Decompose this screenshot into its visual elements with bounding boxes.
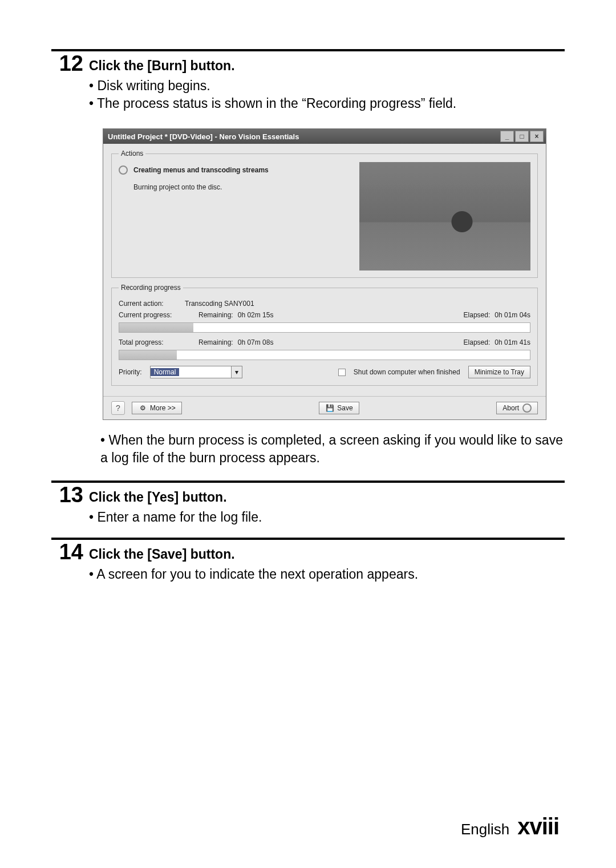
current-progress-bar bbox=[119, 322, 530, 333]
options-icon: ⚙ bbox=[138, 403, 147, 413]
elapsed-label: Elapsed: bbox=[464, 338, 491, 346]
help-icon[interactable]: ? bbox=[111, 401, 125, 415]
priority-value: Normal bbox=[151, 368, 180, 376]
bullet: A screen for you to indicate the next op… bbox=[89, 566, 565, 583]
nero-window: Untitled Project * [DVD-Video] - Nero Vi… bbox=[103, 128, 546, 420]
save-button[interactable]: 💾 Save bbox=[319, 402, 359, 414]
chevron-down-icon[interactable]: ▾ bbox=[231, 366, 242, 378]
elapsed-label: Elapsed: bbox=[464, 311, 491, 319]
current-action-label: Current action: bbox=[119, 300, 181, 308]
remaining-value: 0h 02m 15s bbox=[238, 311, 274, 319]
footer-page-number: xviii bbox=[517, 814, 559, 839]
more-button[interactable]: ⚙ More >> bbox=[132, 402, 182, 414]
step-14: 14 Click the [Save] button. A screen for… bbox=[51, 541, 565, 583]
total-progress-bar bbox=[119, 350, 530, 360]
shutdown-checkbox[interactable] bbox=[338, 369, 346, 376]
elapsed-value: 0h 01m 04s bbox=[495, 311, 530, 319]
step-number: 13 bbox=[51, 484, 83, 506]
action-text: Burning project onto the disc. bbox=[133, 183, 222, 191]
remaining-label: Remaining: bbox=[198, 338, 233, 346]
bullet: When the burn process is completed, a sc… bbox=[100, 431, 565, 467]
step-number: 14 bbox=[51, 541, 83, 563]
remaining-label: Remaining: bbox=[198, 311, 233, 319]
window-title: Untitled Project * [DVD-Video] - Nero Vi… bbox=[108, 132, 299, 141]
recording-progress-group: Recording progress Current action: Trans… bbox=[111, 284, 538, 386]
step-title: Click the [Save] button. bbox=[89, 547, 565, 562]
shutdown-label: Shut down computer when finished bbox=[354, 368, 460, 376]
total-progress-label: Total progress: bbox=[119, 338, 181, 346]
action-text: Creating menus and transcoding streams bbox=[133, 166, 269, 174]
maximize-icon[interactable]: □ bbox=[515, 131, 529, 142]
bullet: Enter a name for the log file. bbox=[89, 508, 565, 526]
bullet: The process status is shown in the “Reco… bbox=[89, 95, 565, 112]
step-13: 13 Click the [Yes] button. Enter a name … bbox=[51, 484, 565, 526]
current-progress-label: Current progress: bbox=[119, 311, 181, 319]
title-bar[interactable]: Untitled Project * [DVD-Video] - Nero Vi… bbox=[103, 129, 546, 144]
bullet: Disk writing begins. bbox=[89, 77, 565, 95]
page-footer: English xviii bbox=[461, 814, 559, 839]
step-title: Click the [Burn] button. bbox=[89, 58, 565, 74]
actions-legend: Actions bbox=[119, 150, 145, 158]
step-title: Click the [Yes] button. bbox=[89, 490, 565, 505]
priority-label: Priority: bbox=[119, 368, 142, 376]
video-preview bbox=[359, 162, 530, 271]
current-action-value: Transcoding SANY001 bbox=[185, 300, 254, 308]
disc-icon bbox=[119, 165, 128, 175]
step-number: 12 bbox=[51, 53, 83, 74]
remaining-value: 0h 07m 08s bbox=[238, 338, 274, 346]
abort-button[interactable]: Abort bbox=[496, 402, 538, 414]
recording-progress-legend: Recording progress bbox=[119, 284, 183, 292]
actions-group: Actions Creating menus and transcoding s… bbox=[111, 150, 538, 278]
abort-icon bbox=[522, 403, 532, 413]
footer-language: English bbox=[461, 821, 509, 838]
minimize-to-tray-button[interactable]: Minimize to Tray bbox=[468, 366, 530, 378]
priority-combobox[interactable]: Normal ▾ bbox=[150, 366, 242, 378]
step-12: 12 Click the [Burn] button. Disk writing… bbox=[51, 53, 565, 112]
floppy-icon: 💾 bbox=[325, 403, 334, 413]
close-icon[interactable]: × bbox=[530, 131, 544, 142]
elapsed-value: 0h 01m 41s bbox=[495, 338, 530, 346]
minimize-icon[interactable]: _ bbox=[500, 131, 514, 142]
